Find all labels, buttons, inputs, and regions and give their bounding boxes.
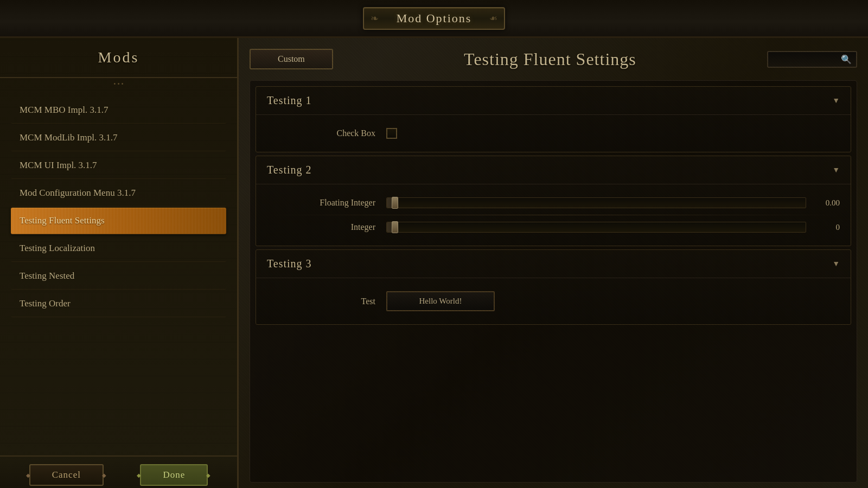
content-title: Testing Fluent Settings [333,49,767,69]
float-slider-widget: 0.00 [386,197,840,208]
section-testing-1-header[interactable]: Testing 1 ▼ [256,87,851,115]
sidebar: Mods • • • MCM MBO Impl. 3.1.7 MCM ModLi… [0,38,239,488]
sidebar-title: Mods [98,49,139,66]
section-testing-3-content: Test Hello World! [256,278,851,324]
section-testing-2: Testing 2 ▼ Floating Integer [256,156,851,246]
int-slider-value: 0 [813,223,840,232]
sidebar-item-mcm-mbo[interactable]: MCM MBO Impl. 3.1.7 [11,97,226,124]
title-plate: Mod Options [363,7,506,30]
section-testing-2-toggle[interactable]: ▼ [832,166,840,175]
divider-1 [267,215,840,215]
float-slider-value: 0.00 [813,198,840,208]
top-strip: Mod Options [0,0,868,38]
checkbox-input[interactable] [386,128,397,139]
sidebar-item-testing-nested[interactable]: Testing Nested [11,263,226,290]
int-slider-widget: 0 [386,222,840,233]
content-controls: Custom Testing Fluent Settings 🔍 [250,49,857,69]
cancel-button[interactable]: Cancel [29,464,104,486]
preset-button[interactable]: Custom [250,49,333,69]
app-title: Mod Options [397,11,472,25]
main-area: Mods • • • MCM MBO Impl. 3.1.7 MCM ModLi… [0,38,868,488]
sidebar-item-mcm-ui[interactable]: MCM UI Impl. 3.1.7 [11,152,226,179]
int-slider-label: Integer [267,222,375,232]
sidebar-header: Mods [0,38,237,78]
int-slider-container [386,222,806,233]
float-slider-container [386,197,806,208]
section-testing-2-content: Floating Integer 0.00 [256,184,851,246]
checkbox-row: Check Box [267,124,840,143]
float-slider-track[interactable] [386,197,806,208]
hello-world-button[interactable]: Hello World! [386,291,495,311]
search-input[interactable] [773,55,838,63]
sidebar-item-testing-loc[interactable]: Testing Localization [11,235,226,262]
checkbox-label: Check Box [267,129,375,138]
section-testing-3: Testing 3 ▼ Test Hello World! [256,249,851,325]
hello-world-widget: Hello World! [386,291,840,311]
sidebar-item-mod-config[interactable]: Mod Configuration Menu 3.1.7 [11,180,226,207]
int-slider-row: Integer 0 [267,217,840,237]
sidebar-item-testing-fluent[interactable]: Testing Fluent Settings [11,208,226,234]
sidebar-item-testing-order[interactable]: Testing Order [11,291,226,317]
section-testing-2-title: Testing 2 [267,164,312,176]
done-button[interactable]: Done [140,464,208,486]
int-slider-track[interactable] [386,222,806,233]
scroll-indicator-top: • • • [0,78,237,91]
sidebar-item-mcm-modlib[interactable]: MCM ModLib Impl. 3.1.7 [11,125,226,151]
float-slider-row: Floating Integer 0.00 [267,193,840,213]
search-box[interactable]: 🔍 [767,51,857,68]
int-slider-thumb[interactable] [392,221,398,233]
sidebar-buttons: Cancel Done [0,455,237,488]
section-testing-3-header[interactable]: Testing 3 ▼ [256,250,851,278]
float-slider-label: Floating Integer [267,198,375,208]
hello-world-label: Test [267,297,375,306]
search-icon: 🔍 [841,54,852,65]
section-testing-1-content: Check Box [256,115,851,152]
content-panel[interactable]: Testing 1 ▼ Check Box Testing 2 ▼ [250,80,857,483]
section-testing-2-header[interactable]: Testing 2 ▼ [256,156,851,184]
hello-world-row: Test Hello World! [267,287,840,316]
checkbox-widget [386,128,840,139]
section-testing-3-title: Testing 3 [267,258,312,270]
section-testing-1-title: Testing 1 [267,94,312,107]
section-testing-1-toggle[interactable]: ▼ [832,97,840,105]
section-testing-3-toggle[interactable]: ▼ [832,260,840,268]
content-area: Custom Testing Fluent Settings 🔍 Testing… [239,38,868,488]
float-slider-thumb[interactable] [392,197,398,209]
section-testing-1: Testing 1 ▼ Check Box [256,86,851,152]
sidebar-list[interactable]: MCM MBO Impl. 3.1.7 MCM ModLib Impl. 3.1… [0,91,237,455]
